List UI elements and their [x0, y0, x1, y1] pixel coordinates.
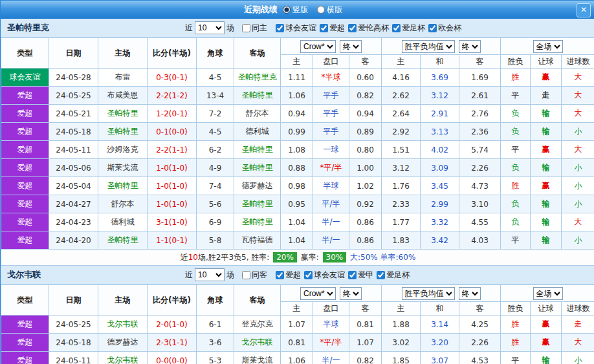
same-side-filter[interactable]: 同主	[242, 23, 267, 34]
competition-filter-1[interactable]: 球会友谊	[304, 270, 345, 281]
competition-filter-3[interactable]: 爱足杯	[377, 270, 410, 281]
competition-label: 爱足杯	[402, 23, 425, 34]
competition-checkbox[interactable]	[392, 24, 401, 32]
games-label: 场	[226, 23, 234, 34]
europe-home: 1.77	[382, 213, 421, 231]
competition-filter-4[interactable]: 欧会杯	[428, 23, 461, 34]
handicap-result: 输	[531, 105, 562, 123]
competition-filter-2[interactable]: 爱甲	[348, 270, 373, 281]
recent-count-select[interactable]: 10	[195, 21, 225, 34]
competition-filter-2[interactable]: 爱伦高杯	[348, 23, 389, 34]
match-date: 24-05-25	[49, 87, 98, 105]
vertical-radio[interactable]	[283, 6, 291, 14]
handicap-line: *平/半	[313, 334, 349, 352]
summary-tail: 大:50% 单率:60%	[347, 253, 415, 262]
column-subheader: 进球数	[562, 302, 594, 316]
match-row: 爱超24-04-20圣帕特里1-1(0-1)5-8瓦特福德1.04半/一0.86…	[1, 231, 594, 250]
handicap-result: 输	[531, 195, 562, 213]
goals-result: 小	[562, 177, 594, 195]
competition-checkbox[interactable]	[276, 271, 284, 279]
europe-final-select[interactable]: 终	[459, 287, 481, 300]
europe-home: 1.88	[382, 316, 421, 334]
league-badge: 爱超	[1, 177, 49, 195]
competition-filter-1[interactable]: 爱超	[320, 23, 345, 34]
handicap-result: 赢	[531, 334, 562, 352]
europe-home: 4.16	[382, 69, 421, 87]
near-label: 近	[185, 270, 193, 281]
summary-count: 10	[188, 253, 198, 262]
horizontal-radio[interactable]	[317, 6, 325, 14]
europe-home: 2.64	[382, 105, 421, 123]
handicap-line: 半/一	[313, 352, 349, 364]
handicap-line: *半球	[313, 69, 349, 87]
europe-away: 4.25	[459, 316, 501, 334]
competition-checkbox[interactable]	[428, 24, 437, 32]
europe-home: 1.51	[382, 141, 421, 159]
home-team: 戈尔韦联	[98, 316, 148, 334]
match-date: 24-04-23	[49, 213, 98, 231]
team-section: 圣帕特里克近10场同主球会友谊爱超爱伦高杯爱足杯欧会杯类型日期主场比分(半场)角…	[1, 19, 594, 266]
same-side-checkbox[interactable]	[242, 271, 250, 279]
match-result: 负	[501, 195, 531, 213]
section-header: 圣帕特里克近10场同主球会友谊爱超爱伦高杯爱足杯欧会杯	[1, 19, 594, 37]
away-team: 斯莱戈流	[234, 352, 281, 364]
corner-count: 4-9	[197, 159, 234, 177]
competition-checkbox[interactable]	[377, 271, 385, 279]
league-badge: 爱超	[1, 352, 49, 364]
fulltime-header: 全场	[501, 285, 594, 302]
handicap-result: 赢	[531, 141, 562, 159]
corner-count: 5-3	[197, 352, 234, 364]
score: 1-1(0-1)	[148, 231, 197, 250]
competition-checkbox[interactable]	[276, 24, 284, 32]
goals-result: 大	[562, 334, 594, 352]
same-side-checkbox[interactable]	[242, 24, 250, 32]
team-name: 戈尔韦联	[1, 269, 185, 281]
europe-draw: 3.20	[421, 334, 459, 352]
filter-bar: 近10场同主球会友谊爱超爱伦高杯爱足杯欧会杯	[185, 21, 461, 34]
odds-final-select[interactable]: 终	[340, 287, 362, 300]
competition-checkbox[interactable]	[320, 24, 328, 32]
away-team: 德利城	[234, 123, 281, 141]
handicap-line: 半/一	[313, 231, 349, 250]
competition-filter-3[interactable]: 爱足杯	[392, 23, 425, 34]
europe-final-select[interactable]: 终	[459, 40, 481, 53]
away-team: 舒尔本	[234, 105, 281, 123]
recent-count-select[interactable]: 10	[195, 268, 225, 281]
competition-filter-0[interactable]: 球会友谊	[276, 23, 316, 34]
matches-table: 类型日期主场比分(半场)角球客场Crow*终胜平负均值终全场主盘口客主和客胜负让…	[1, 284, 594, 364]
asia-rate-label: 赢率:	[298, 253, 322, 262]
column-subheader: 客	[349, 302, 382, 316]
league-badge: 球会友谊	[1, 69, 49, 87]
match-row: 爱超24-05-18德罗赫达2-3(1-1)3-6戈尔韦联0.81*平/半1.0…	[1, 334, 594, 352]
match-result: 胜	[501, 69, 531, 87]
odds-company-select[interactable]: Crow*	[300, 287, 336, 300]
europe-draw: 3.45	[421, 177, 459, 195]
horizontal-layout-option[interactable]: 横版	[317, 5, 342, 16]
column-subheader: 主	[281, 302, 313, 316]
same-side-filter[interactable]: 同客	[242, 270, 267, 281]
summary-row: 近10场,胜2平3负5, 胜率: 20% 赢率: 30% 大:50% 单率:60…	[1, 250, 594, 266]
europe-avg-select[interactable]: 胜平负均值	[402, 287, 455, 300]
competition-checkbox[interactable]	[348, 24, 357, 32]
europe-draw: 3.14	[421, 316, 459, 334]
fulltime-select[interactable]: 全场	[533, 40, 563, 53]
score: 1-0(1-0)	[148, 177, 197, 195]
fulltime-select[interactable]: 全场	[533, 287, 563, 300]
near-label: 近	[185, 23, 193, 34]
competition-label: 欧会杯	[438, 23, 461, 34]
competition-checkbox[interactable]	[348, 271, 357, 279]
competition-checkbox[interactable]	[304, 271, 313, 279]
competition-filter-0[interactable]: 爱超	[276, 270, 301, 281]
column-subheader: 客	[459, 302, 501, 316]
column-header: 角球	[197, 38, 234, 69]
vertical-layout-option[interactable]: 竖版	[283, 5, 308, 16]
europe-home: 3.02	[382, 334, 421, 352]
europe-avg-select[interactable]: 胜平负均值	[402, 40, 455, 53]
league-badge: 爱超	[1, 87, 49, 105]
close-icon[interactable]: ✕	[577, 3, 591, 17]
horizontal-label: 横版	[327, 5, 342, 16]
odds-company-select[interactable]: Crow*	[300, 40, 336, 53]
odds-home: 1.06	[281, 352, 313, 364]
odds-final-select[interactable]: 终	[340, 40, 362, 53]
matches-table: 类型日期主场比分(半场)角球客场Crow*终胜平负均值终全场主盘口客主和客胜负让…	[1, 37, 594, 266]
